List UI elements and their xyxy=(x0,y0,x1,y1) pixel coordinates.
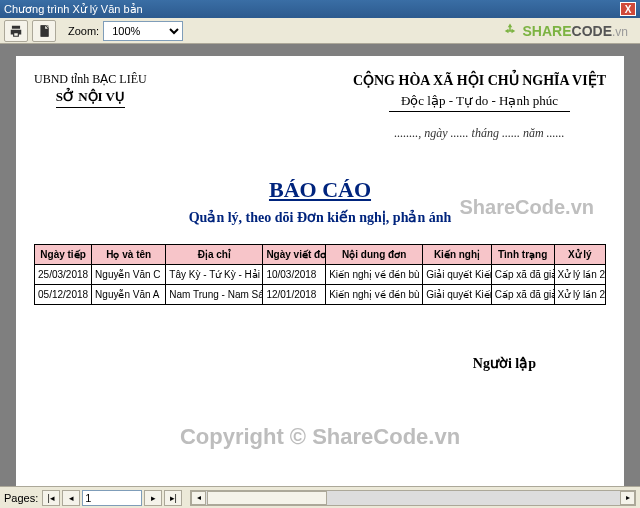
scroll-left-button[interactable]: ◂ xyxy=(191,491,206,505)
first-page-button[interactable]: |◂ xyxy=(42,490,60,506)
table-header: Ngày viết đơn xyxy=(263,245,326,265)
document-page: UBND tỉnh BẠC LIÊU SỞ NỘI VỤ CỘNG HÒA XÃ… xyxy=(16,56,624,486)
page-icon xyxy=(37,24,51,38)
prev-page-button[interactable]: ◂ xyxy=(62,490,80,506)
titlebar: Chương trình Xử lý Văn bản X xyxy=(0,0,640,18)
pages-label: Pages: xyxy=(4,492,38,504)
table-cell: Kiến nghị về đền bù đất xyxy=(326,265,423,285)
table-cell: 25/03/2018 xyxy=(35,265,92,285)
recycle-icon xyxy=(501,22,519,40)
table-cell: Xử lý lần 2 xyxy=(554,285,605,305)
signer-label: Người lập xyxy=(34,355,606,372)
copyright-watermark: Copyright © ShareCode.vn xyxy=(16,424,624,450)
table-cell: Cấp xã đã giải xyxy=(491,285,554,305)
table-header: Địa chỉ xyxy=(166,245,263,265)
toolbar: Zoom: 100% SHARECODE.vn xyxy=(0,18,640,44)
table-cell: Nguyễn Văn C xyxy=(92,265,166,285)
table-header: Tình trạng xyxy=(491,245,554,265)
horizontal-scrollbar[interactable]: ◂ ▸ xyxy=(190,490,636,506)
table-header: Ngày tiếp xyxy=(35,245,92,265)
table-row: 25/03/2018Nguyễn Văn CTây Kỳ - Tứ Kỳ - H… xyxy=(35,265,606,285)
table-header: Xử lý xyxy=(554,245,605,265)
last-page-button[interactable]: ▸| xyxy=(164,490,182,506)
print-button[interactable] xyxy=(4,20,28,42)
table-cell: Xử lý lần 2 xyxy=(554,265,605,285)
page-setup-button[interactable] xyxy=(32,20,56,42)
doc-header-left: UBND tỉnh BẠC LIÊU SỞ NỘI VỤ xyxy=(34,72,147,108)
table-cell: 05/12/2018 xyxy=(35,285,92,305)
table-header: Nội dung đơn xyxy=(326,245,423,265)
table-cell: Kiến nghị về đền bù đất xyxy=(326,285,423,305)
table-header: Kiến nghị xyxy=(423,245,492,265)
zoom-label: Zoom: xyxy=(68,25,99,37)
table-cell: Nam Trung - Nam Sách - xyxy=(166,285,263,305)
table-cell: Giải quyết Kiến xyxy=(423,285,492,305)
scrollbar-thumb[interactable] xyxy=(207,491,327,505)
printer-icon xyxy=(9,24,23,38)
table-header: Họ và tên xyxy=(92,245,166,265)
data-table: Ngày tiếpHọ và tênĐịa chỉNgày viết đơnNộ… xyxy=(34,244,606,305)
app-window: Chương trình Xử lý Văn bản X Zoom: 100% … xyxy=(0,0,640,508)
document-viewport[interactable]: UBND tỉnh BẠC LIÊU SỞ NỘI VỤ CỘNG HÒA XÃ… xyxy=(0,44,640,486)
sharecode-logo: SHARECODE.vn xyxy=(501,22,636,40)
zoom-select[interactable]: 100% xyxy=(103,21,183,41)
table-cell: Giải quyết Kiến xyxy=(423,265,492,285)
close-button[interactable]: X xyxy=(620,2,636,16)
window-title: Chương trình Xử lý Văn bản xyxy=(4,3,620,16)
table-cell: Tây Kỳ - Tứ Kỳ - Hải xyxy=(166,265,263,285)
table-row: 05/12/2018Nguyễn Văn ANam Trung - Nam Sá… xyxy=(35,285,606,305)
table-cell: 10/03/2018 xyxy=(263,265,326,285)
next-page-button[interactable]: ▸ xyxy=(144,490,162,506)
table-cell: Cấp xã đã giải xyxy=(491,265,554,285)
doc-header-right: CỘNG HÒA XÃ HỘI CHỦ NGHĨA VIỆT Độc lập -… xyxy=(353,72,606,141)
page-number-input[interactable] xyxy=(82,490,142,506)
watermark-text: ShareCode.vn xyxy=(460,196,594,219)
scroll-right-button[interactable]: ▸ xyxy=(620,491,635,505)
table-cell: 12/01/2018 xyxy=(263,285,326,305)
statusbar: Pages: |◂ ◂ ▸ ▸| ◂ ▸ xyxy=(0,486,640,508)
table-cell: Nguyễn Văn A xyxy=(92,285,166,305)
